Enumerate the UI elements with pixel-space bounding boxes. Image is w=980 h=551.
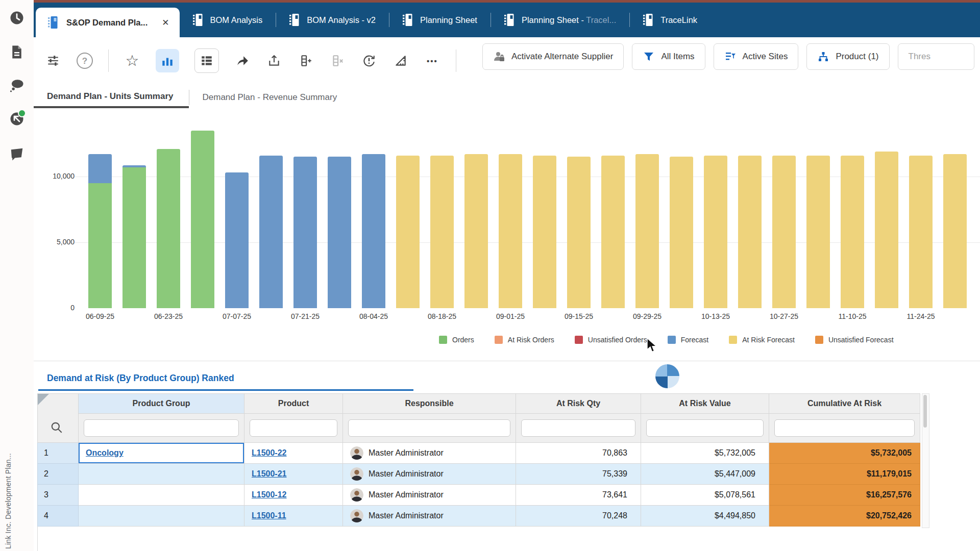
cell-cumulative-at-risk[interactable]: $5,732,005 (769, 443, 920, 464)
all-items-filter-button[interactable]: All Items (632, 43, 705, 70)
chart-bar[interactable] (430, 156, 454, 308)
tune-settings-icon[interactable] (45, 53, 61, 69)
chart-bar[interactable] (909, 156, 933, 308)
cell-at-risk-qty[interactable]: 70,863 (516, 443, 641, 464)
doc-tab-3[interactable]: Planning Sheet (389, 3, 491, 37)
search-icon[interactable] (50, 421, 63, 434)
chart-bar[interactable] (88, 183, 112, 308)
cell-at-risk-value[interactable]: $4,494,850 (641, 506, 769, 527)
chart-bar[interactable] (88, 154, 112, 183)
cell-at-risk-value[interactable]: $5,078,561 (641, 485, 769, 506)
cell-cumulative-at-risk[interactable]: $16,257,576 (769, 485, 920, 506)
activate-alternate-supplier-button[interactable]: Activate Alternate Supplier (482, 43, 624, 70)
row-number[interactable]: 1 (38, 443, 79, 464)
cell-responsible[interactable]: Master Administrator (343, 485, 516, 506)
chart-bar[interactable] (943, 154, 967, 308)
table-title[interactable]: Demand at Risk (By Product Group) Ranked (47, 373, 234, 384)
doc-tab-0[interactable]: S&OP Demand Pla... ✕ (36, 8, 180, 37)
row-number[interactable]: 2 (38, 464, 79, 485)
chart-bar[interactable] (772, 156, 796, 308)
share-forward-icon[interactable] (234, 53, 251, 69)
col-header-product-group[interactable]: Product Group (79, 394, 244, 414)
table-scrollbar[interactable] (922, 393, 929, 528)
cell-product[interactable]: L1500-11 (244, 506, 343, 527)
filter-responsible[interactable] (348, 419, 510, 437)
doc-tab-5[interactable]: TraceLink (630, 3, 710, 37)
chart-bar[interactable] (499, 154, 522, 308)
cell-responsible[interactable]: Master Administrator (343, 506, 516, 527)
cell-responsible[interactable]: Master Administrator (343, 443, 516, 464)
table-view-button[interactable] (194, 48, 219, 73)
filter-product-group[interactable] (84, 419, 239, 437)
chart-bar[interactable] (362, 154, 385, 308)
close-tab-icon[interactable]: ✕ (162, 17, 169, 28)
chart-bar[interactable] (122, 167, 146, 308)
table-row[interactable]: 3 L1500-12 Master Administrator 73,641 $… (38, 485, 920, 506)
table-row[interactable]: 1 Oncology L1500-22 Master Administrator… (38, 443, 920, 464)
filter-at-risk-value[interactable] (646, 419, 764, 437)
chart-bar[interactable] (704, 156, 727, 308)
chart-bar[interactable] (259, 156, 283, 308)
export-icon[interactable] (266, 53, 282, 69)
chart-bar[interactable] (533, 156, 556, 308)
document-icon[interactable] (9, 44, 24, 60)
sync-alert-icon[interactable] (361, 53, 377, 69)
chart-bar[interactable] (601, 156, 625, 308)
col-header-cumulative-at-risk[interactable]: Cumulative At Risk (769, 394, 920, 414)
add-column-icon[interactable] (298, 53, 314, 69)
cell-product-group[interactable] (79, 506, 244, 527)
chart-bar[interactable] (841, 156, 864, 308)
share-external-icon[interactable] (9, 111, 24, 127)
product-link[interactable]: L1500-22 (252, 448, 287, 457)
table-corner-cell[interactable] (38, 394, 79, 443)
more-options-icon[interactable]: ••• (424, 53, 440, 69)
chart-bar[interactable] (567, 157, 591, 308)
threshold-filter-button[interactable]: Thres (898, 43, 974, 70)
cell-at-risk-qty[interactable]: 73,641 (516, 485, 641, 506)
row-number[interactable]: 4 (38, 506, 79, 527)
chat-comment-icon[interactable] (9, 146, 24, 162)
product-filter-button[interactable]: Product (1) (806, 43, 889, 70)
col-header-responsible[interactable]: Responsible (343, 394, 516, 414)
help-icon[interactable]: ? (77, 53, 93, 69)
cell-product-group[interactable] (79, 485, 244, 506)
cell-at-risk-qty[interactable]: 70,248 (516, 506, 641, 527)
chart-bar[interactable] (157, 149, 180, 308)
legend-item[interactable]: Unsatisfied Forecast (815, 336, 894, 344)
cell-at-risk-qty[interactable]: 75,339 (516, 464, 641, 485)
doc-tab-1[interactable]: BOM Analysis (180, 3, 276, 37)
doc-tab-4[interactable]: Planning Sheet - Tracel... (491, 3, 629, 37)
legend-item[interactable]: Forecast (668, 336, 708, 344)
row-number[interactable]: 3 (38, 485, 79, 506)
measure-ruler-icon[interactable] (393, 53, 409, 69)
chart-bar[interactable] (875, 152, 898, 308)
cell-cumulative-at-risk[interactable]: $20,752,426 (769, 506, 920, 527)
chart-bar[interactable] (738, 156, 762, 308)
chart-bar[interactable] (464, 154, 488, 308)
cell-product[interactable]: L1500-22 (244, 443, 343, 464)
chart-bar[interactable] (806, 156, 830, 308)
demand-plan-chart[interactable]: 05,00010,00006-09-2506-23-2507-07-2507-2… (34, 102, 980, 357)
col-header-product[interactable]: Product (244, 394, 343, 414)
product-link[interactable]: L1500-12 (252, 490, 287, 499)
cell-product[interactable]: L1500-12 (244, 485, 343, 506)
product-link[interactable]: L1500-21 (252, 469, 287, 478)
chart-bar[interactable] (122, 165, 146, 167)
thought-bubble-icon[interactable] (9, 78, 24, 93)
cell-responsible[interactable]: Master Administrator (343, 464, 516, 485)
col-header-at-risk-value[interactable]: At Risk Value (641, 394, 769, 414)
cell-at-risk-value[interactable]: $5,732,005 (641, 443, 769, 464)
table-row[interactable]: 2 L1500-21 Master Administrator 75,339 $… (38, 464, 920, 485)
legend-item[interactable]: At Risk Orders (495, 336, 554, 344)
cell-product-group[interactable] (79, 464, 244, 485)
filter-cumulative-at-risk[interactable] (774, 419, 915, 437)
filter-at-risk-qty[interactable] (521, 419, 635, 437)
cell-cumulative-at-risk[interactable]: $11,179,015 (769, 464, 920, 485)
product-group-link[interactable]: Oncology (86, 448, 124, 457)
legend-item[interactable]: Unsatisfied Orders (575, 336, 647, 344)
scrollbar-thumb[interactable] (923, 395, 927, 428)
chart-bar[interactable] (328, 157, 351, 308)
active-sites-filter-button[interactable]: Active Sites (714, 43, 799, 70)
cell-at-risk-value[interactable]: $5,447,009 (641, 464, 769, 485)
legend-item[interactable]: At Risk Forecast (729, 336, 795, 344)
